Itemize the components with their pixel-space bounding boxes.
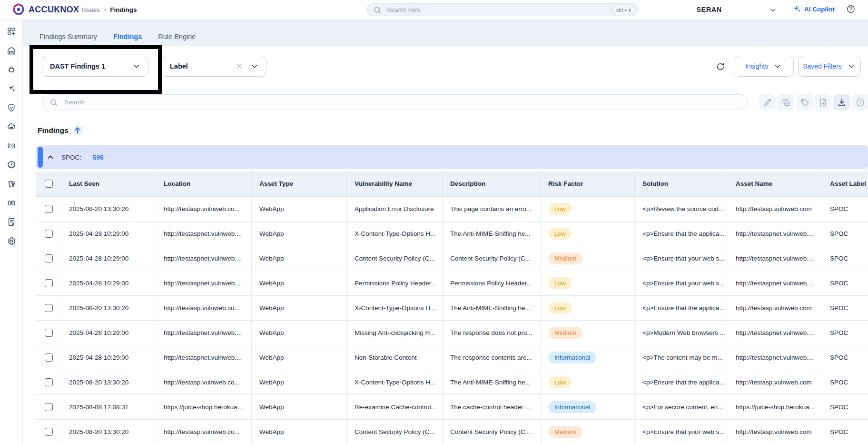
sidebar-item-compliance[interactable]: [0, 98, 23, 117]
row-checkbox[interactable]: [45, 353, 53, 362]
sidebar-item-alerts[interactable]: [0, 155, 23, 174]
cell-last-seen: 2025-04-28 10:29:00: [61, 221, 156, 246]
clear-filter-icon[interactable]: [235, 61, 244, 71]
row-checkbox[interactable]: [45, 428, 53, 436]
accuknox-logo[interactable]: ACCUKNOX: [12, 3, 79, 16]
shield-check-icon: [7, 103, 16, 112]
group-button[interactable]: [778, 94, 794, 111]
row-checkbox[interactable]: [45, 403, 53, 411]
column-header-asset-label[interactable]: Asset Label: [822, 172, 868, 196]
cell-solution: <p>Ensure that the applica...: [635, 221, 728, 246]
label-filter-dropdown[interactable]: Label: [162, 56, 266, 77]
sidebar-item-inventory[interactable]: [0, 41, 23, 60]
sidebar-item-tickets[interactable]: [0, 193, 23, 212]
row-checkbox[interactable]: [45, 329, 53, 337]
sidebar-item-identity[interactable]: [0, 174, 23, 193]
table-row[interactable]: 2025-08-20 13:30:20http://testasp.vulnwe…: [36, 419, 868, 444]
global-search-bar[interactable]: ctrl + k: [366, 3, 639, 16]
sidebar-item-issues[interactable]: [0, 60, 23, 79]
tab-rule-engine[interactable]: Rule Engine: [157, 31, 197, 42]
row-select-cell: [36, 246, 61, 271]
tab-findings-summary[interactable]: Findings Summary: [39, 31, 98, 42]
table-row[interactable]: 2025-08-08 12:08:31https://juice-shop.he…: [36, 394, 868, 419]
saved-filters-button[interactable]: Saved Filters: [798, 56, 861, 77]
group-row-spoc[interactable]: SPOC: 595: [36, 145, 868, 169]
column-header-location[interactable]: Location: [156, 172, 252, 196]
more-options-icon[interactable]: [866, 59, 868, 74]
risk-factor-badge: Medium: [548, 252, 582, 264]
row-select-cell: [36, 295, 61, 320]
help-icon[interactable]: [846, 4, 856, 14]
collapse-group-icon[interactable]: [46, 152, 55, 162]
cell-location: http://testasp.vulnweb.co...: [156, 370, 252, 394]
cell-location: http://testasp.vulnweb.co...: [156, 196, 252, 221]
column-header-vulnerability-name[interactable]: Vulnerability Name: [347, 172, 443, 196]
select-all-checkbox[interactable]: [45, 180, 53, 188]
risk-factor-badge: Informational: [548, 352, 596, 363]
table-search-input[interactable]: [63, 98, 741, 106]
top-header-bar: ACCUKNOX Issues > Findings ctrl + k SERA…: [0, 0, 868, 20]
cell-asset-type: WebApp: [252, 345, 347, 370]
row-checkbox[interactable]: [45, 230, 53, 238]
dashboard-icon: [7, 27, 16, 36]
account-chevron-down-icon[interactable]: [768, 5, 778, 15]
sidebar-item-settings[interactable]: [0, 232, 23, 251]
table-row[interactable]: 2025-08-20 13:30:20http://testasp.vulnwe…: [36, 295, 868, 320]
sidebar-item-reports[interactable]: [0, 212, 23, 232]
cell-asset-type: WebApp: [252, 271, 347, 295]
cell-description: Content Security Policy (C...: [443, 419, 541, 444]
table-row[interactable]: 2025-04-28 10:29:00http://testaspnet.vul…: [36, 221, 868, 246]
row-checkbox[interactable]: [45, 378, 53, 386]
group-count[interactable]: 595: [93, 154, 104, 161]
column-header-solution[interactable]: Solution: [635, 172, 728, 196]
sidebar-item-runtime-security[interactable]: [0, 136, 23, 155]
row-checkbox[interactable]: [45, 254, 53, 262]
download-button[interactable]: [833, 94, 850, 111]
alert-info-button[interactable]: [852, 94, 868, 111]
table-row[interactable]: 2025-04-28 10:29:00http://testaspnet.vul…: [36, 345, 868, 370]
cell-risk-factor: Medium: [541, 246, 635, 271]
cell-solution: <p>Ensure that your web s...: [635, 419, 728, 444]
row-select-cell: [36, 271, 61, 295]
table-row[interactable]: 2025-04-28 10:29:00http://testaspnet.vul…: [36, 320, 868, 345]
table-search-bar[interactable]: [42, 94, 748, 110]
column-header-asset-type[interactable]: Asset Type: [252, 172, 347, 196]
insights-button[interactable]: Insights: [734, 56, 794, 77]
arrow-up-icon: [73, 126, 82, 135]
sidebar-item-cloud-security[interactable]: [0, 117, 23, 136]
table-row[interactable]: 2025-04-28 10:29:00http://testaspnet.vul…: [36, 246, 868, 271]
row-checkbox[interactable]: [45, 279, 53, 287]
sparkles-icon: [7, 84, 16, 93]
account-name[interactable]: SERAN: [685, 6, 733, 13]
row-checkbox[interactable]: [45, 304, 53, 312]
sort-ascending-button[interactable]: [73, 125, 83, 135]
cell-solution: <p>Ensure that the applica...: [635, 370, 728, 394]
sidebar-item-ai-assist[interactable]: [0, 79, 23, 98]
cell-location: http://testaspnet.vulnweb....: [156, 246, 252, 271]
table-header-row: Last SeenLocationAsset TypeVulnerability…: [36, 172, 868, 196]
chevron-down-icon: [773, 61, 782, 71]
column-header-description[interactable]: Description: [443, 172, 541, 196]
create-ticket-button[interactable]: [815, 94, 831, 111]
cell-asset-label: SPOC: [822, 320, 868, 345]
refresh-button[interactable]: [714, 60, 727, 73]
table-row[interactable]: 2025-04-28 10:29:00http://testaspnet.vul…: [36, 271, 868, 295]
global-search-input[interactable]: [386, 6, 608, 14]
row-checkbox[interactable]: [45, 205, 53, 213]
column-header-risk-factor[interactable]: Risk Factor: [541, 172, 635, 196]
ai-copilot-button[interactable]: AI Copilot: [792, 4, 835, 14]
table-row[interactable]: 2025-08-20 13:30:20http://testasp.vulnwe…: [36, 196, 868, 221]
breadcrumb-parent[interactable]: Issues: [82, 6, 100, 13]
cell-risk-factor: Low: [541, 271, 635, 295]
column-header-last-seen[interactable]: Last Seen: [61, 172, 156, 196]
tab-findings[interactable]: Findings: [112, 31, 143, 42]
edit-button[interactable]: [759, 94, 776, 111]
label-button[interactable]: [796, 94, 813, 111]
findings-type-dropdown[interactable]: DAST Findings 1: [42, 56, 148, 77]
sidebar-item-dashboard[interactable]: [0, 22, 23, 41]
cell-asset-type: WebApp: [252, 394, 347, 419]
cell-description: The Anti-MIME-Sniffing he...: [443, 221, 541, 246]
column-header-asset-name[interactable]: Asset Name: [728, 172, 822, 196]
table-row[interactable]: 2025-08-20 13:30:20http://testasp.vulnwe…: [36, 370, 868, 394]
cell-asset-name: http://testaspnet.vulnweb....: [728, 246, 822, 271]
